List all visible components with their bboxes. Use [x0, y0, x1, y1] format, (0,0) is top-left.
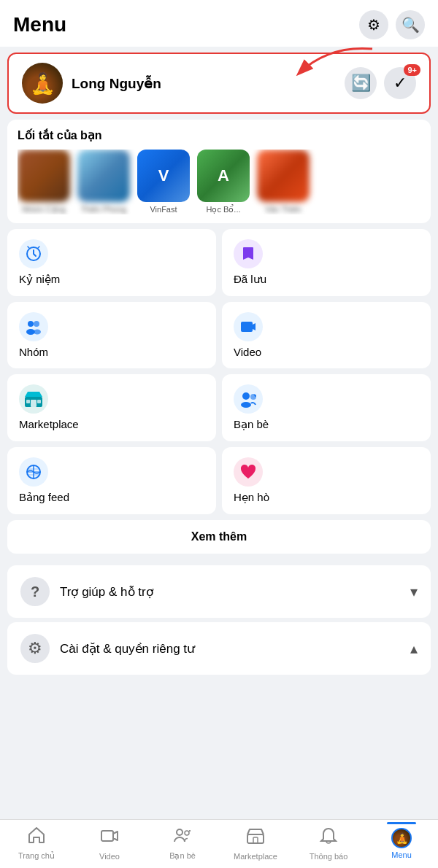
- svg-rect-9: [31, 400, 36, 407]
- search-icon: 🔍: [402, 16, 420, 34]
- saved-label: Đã lưu: [234, 273, 419, 286]
- profile-card-wrapper: 🧘 Long Nguyễn 🔄 ✓ 9+: [7, 53, 431, 114]
- bottom-nav: Trang chủ Video Bạn bè: [0, 819, 438, 868]
- svg-point-24: [177, 829, 182, 835]
- groups-label: Nhóm: [19, 346, 204, 358]
- svg-point-13: [241, 402, 251, 408]
- video-icon: [234, 312, 263, 341]
- shortcut-avatar-5: [257, 150, 310, 202]
- nav-avatar: 🧘: [391, 828, 412, 848]
- shortcuts-list: Nhóm Cộng Thiên Phong V VinFast A Học Bổ…: [18, 150, 420, 214]
- header: Menu ⚙ 🔍: [0, 0, 438, 47]
- dating-icon: [234, 457, 263, 487]
- dating-label: Hẹn hò: [234, 491, 419, 504]
- shortcut-item[interactable]: Thiên Phong: [77, 150, 130, 214]
- see-more-label: Xem thêm: [191, 530, 247, 543]
- nav-label-menu: Menu: [391, 850, 412, 859]
- nav-label-friends: Bạn bè: [169, 851, 196, 861]
- marketplace-nav-icon: [246, 826, 265, 850]
- marketplace-label: Marketplace: [19, 418, 204, 430]
- menu-card-dating[interactable]: Hẹn hò: [222, 447, 431, 514]
- page-title: Menu: [13, 13, 66, 36]
- nav-label-home: Trang chủ: [18, 851, 55, 861]
- feed-icon: [19, 457, 48, 487]
- shortcuts-title: Lối tắt của bạn: [18, 128, 420, 142]
- nav-item-video[interactable]: Video: [73, 826, 146, 861]
- shortcut-item[interactable]: V VinFast: [137, 150, 190, 214]
- svg-rect-10: [26, 400, 30, 403]
- nav-item-marketplace[interactable]: Marketplace: [219, 826, 292, 861]
- saved-icon: [234, 239, 263, 268]
- friends-label: Bạn bè: [234, 418, 419, 431]
- settings-icon: ⚙: [20, 634, 50, 663]
- video-nav-icon: [100, 826, 119, 850]
- shortcut-label-2: Thiên Phong: [81, 205, 126, 214]
- profile-card[interactable]: 🧘 Long Nguyễn 🔄 ✓ 9+: [7, 53, 431, 114]
- help-icon: ?: [20, 577, 50, 606]
- shortcut-avatar-2: [77, 150, 130, 202]
- shortcut-label-3: VinFast: [150, 205, 177, 214]
- see-more-button[interactable]: Xem thêm: [7, 520, 431, 554]
- nav-label-marketplace: Marketplace: [234, 852, 277, 861]
- menu-card-feed[interactable]: Bảng feed: [7, 447, 216, 514]
- shortcut-label-5: Văn Thiên: [265, 205, 301, 214]
- active-bar: [387, 822, 416, 824]
- shortcut-avatar-4: A: [197, 150, 250, 202]
- svg-point-25: [185, 831, 189, 835]
- svg-point-3: [34, 321, 39, 327]
- menu-grid: Kỷ niệm Đã lưu Nhóm Video: [7, 229, 431, 514]
- profile-right: 🔄 ✓ 9+: [345, 67, 416, 99]
- svg-point-2: [28, 321, 34, 327]
- nav-item-home[interactable]: Trang chủ: [0, 826, 73, 861]
- help-label: Trợ giúp & hỗ trợ: [60, 584, 153, 600]
- shortcut-avatar-3: V: [137, 150, 190, 202]
- svg-point-5: [34, 330, 41, 335]
- feed-label: Bảng feed: [19, 491, 204, 504]
- svg-marker-7: [253, 323, 256, 330]
- svg-rect-28: [247, 834, 264, 843]
- profile-name: Long Nguyễn: [72, 75, 161, 92]
- notification-button[interactable]: ✓ 9+: [384, 67, 416, 99]
- svg-rect-6: [241, 322, 253, 332]
- gear-icon: ⚙: [367, 16, 380, 34]
- nav-item-notifications[interactable]: Thông báo: [292, 826, 365, 861]
- shortcut-item[interactable]: A Học Bổ...: [197, 150, 250, 214]
- update-icon: 🔄: [351, 74, 371, 93]
- settings-section-item[interactable]: ⚙ Cài đặt & quyền riêng tư ▴: [7, 622, 431, 675]
- chevron-down-icon: ▾: [410, 583, 418, 600]
- profile-left: 🧘 Long Nguyễn: [22, 63, 161, 104]
- svg-marker-23: [113, 832, 118, 840]
- menu-card-friends[interactable]: Bạn bè: [222, 374, 431, 441]
- svg-point-12: [242, 392, 250, 400]
- shortcut-item[interactable]: Văn Thiên: [257, 150, 310, 214]
- notifications-nav-icon: [319, 826, 338, 850]
- help-section-left: ? Trợ giúp & hỗ trợ: [20, 577, 153, 606]
- nav-label-notifications: Thông báo: [310, 852, 348, 861]
- help-section-item[interactable]: ? Trợ giúp & hỗ trợ ▾: [7, 565, 431, 618]
- svg-rect-11: [37, 400, 41, 403]
- divider: [0, 559, 438, 565]
- menu-card-memories[interactable]: Kỷ niệm: [7, 229, 216, 296]
- svg-rect-29: [253, 837, 258, 843]
- shortcut-item[interactable]: Nhóm Cộng: [18, 150, 70, 214]
- marketplace-icon: [19, 384, 48, 414]
- menu-card-saved[interactable]: Đã lưu: [222, 229, 431, 296]
- memories-icon: [19, 239, 48, 268]
- chevron-down-icon: ✓: [393, 74, 407, 93]
- nav-item-friends[interactable]: Bạn bè: [146, 826, 219, 861]
- bottom-spacer: [0, 676, 438, 735]
- shortcut-avatar-1: [18, 150, 70, 202]
- svg-rect-22: [101, 831, 113, 841]
- friends-nav-icon: [172, 826, 193, 849]
- update-button[interactable]: 🔄: [345, 67, 377, 99]
- menu-card-marketplace[interactable]: Marketplace: [7, 374, 216, 441]
- video-label: Video: [234, 346, 419, 358]
- settings-icon-button[interactable]: ⚙: [359, 10, 388, 39]
- friends-icon: [234, 384, 263, 414]
- nav-item-menu[interactable]: 🧘 Menu: [365, 828, 438, 859]
- shortcuts-section: Lối tắt của bạn Nhóm Cộng Thiên Phong V …: [7, 120, 431, 223]
- search-icon-button[interactable]: 🔍: [396, 10, 425, 39]
- menu-card-video[interactable]: Video: [222, 302, 431, 368]
- menu-card-groups[interactable]: Nhóm: [7, 302, 216, 368]
- header-actions: ⚙ 🔍: [359, 10, 425, 39]
